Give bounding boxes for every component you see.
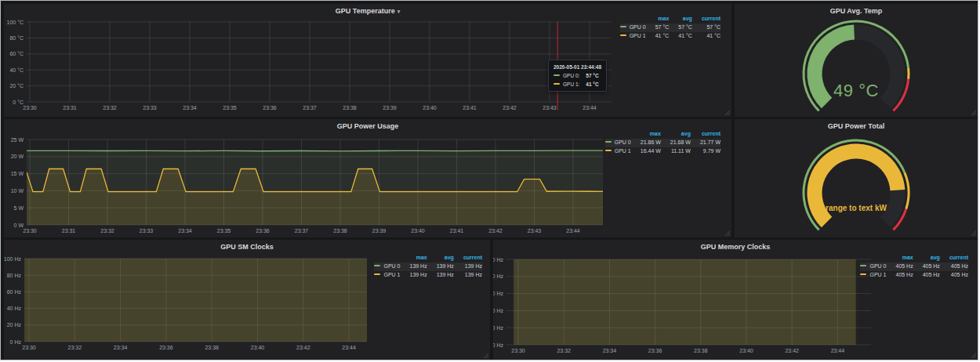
legend-row[interactable]: GPU 1405 Hz405 Hz405 Hz: [860, 271, 968, 280]
legend-value: 405 Hz: [887, 262, 913, 271]
svg-text:23:38: 23:38: [205, 345, 219, 350]
legend-row[interactable]: GPU 021.86 W21.68 W21.77 W: [605, 139, 720, 147]
gpu-power-usage-legend[interactable]: maxavgcurrentGPU 021.86 W21.68 W21.77 WG…: [605, 130, 720, 156]
legend-value: 139 Hz: [427, 262, 454, 271]
svg-text:15 W: 15 W: [11, 171, 24, 176]
panel-title-gpu-power-usage[interactable]: GPU Power Usage: [4, 122, 731, 130]
legend-value: 405 Hz: [913, 271, 940, 280]
legend-header[interactable]: max: [887, 254, 913, 262]
svg-text:40 Hz: 40 Hz: [493, 308, 503, 313]
legend-header[interactable]: max: [631, 130, 661, 139]
svg-text:23:44: 23:44: [342, 345, 356, 350]
svg-text:23:30: 23:30: [23, 228, 37, 233]
svg-text:100 Hz: 100 Hz: [4, 256, 21, 262]
legend-row[interactable]: GPU 141 °C41 °C41 °C: [620, 32, 720, 41]
series-color-dash-icon: [374, 273, 380, 275]
legend-header[interactable]: avg: [661, 130, 691, 139]
legend-value: 41 °C: [646, 32, 670, 41]
legend-value: 41 °C: [669, 32, 692, 41]
svg-text:23:40: 23:40: [423, 105, 437, 110]
legend-header[interactable]: avg: [427, 254, 454, 262]
legend-header[interactable]: max: [646, 15, 670, 24]
legend-row[interactable]: GPU 0405 Hz405 Hz405 Hz: [860, 262, 968, 271]
svg-text:23:40: 23:40: [411, 228, 425, 233]
legend-header[interactable]: max: [401, 254, 427, 262]
legend-header[interactable]: avg: [913, 254, 940, 262]
svg-text:60 °C: 60 °C: [9, 51, 24, 56]
legend-value: 139 Hz: [401, 262, 427, 271]
svg-text:23:38: 23:38: [333, 228, 347, 233]
svg-text:23:31: 23:31: [62, 228, 76, 233]
svg-text:23:43: 23:43: [528, 228, 542, 233]
legend-value: 405 Hz: [940, 262, 968, 271]
panel-title-gpu-memory-clocks[interactable]: GPU Memory Clocks: [493, 243, 978, 251]
legend-value: 57 °C: [646, 24, 670, 32]
svg-text:23:34: 23:34: [603, 348, 617, 353]
panel-resize-handle[interactable]: [971, 230, 976, 236]
svg-text:23:34: 23:34: [183, 105, 197, 110]
legend-header[interactable]: current: [940, 254, 968, 262]
legend-row[interactable]: GPU 057 °C57 °C57 °C: [620, 24, 720, 32]
panel-title-gpu-power-total[interactable]: GPU Power Total: [735, 122, 978, 130]
svg-text:23:34: 23:34: [178, 228, 192, 233]
legend-value: 57 °C: [669, 24, 692, 32]
svg-text:100 Hz: 100 Hz: [493, 257, 503, 262]
panel-title-gpu-avg-temp[interactable]: GPU Avg. Temp: [735, 7, 978, 15]
gpu-memory-clocks-legend[interactable]: maxavgcurrentGPU 0405 Hz405 Hz405 HzGPU …: [860, 254, 968, 280]
legend-value: 405 Hz: [913, 262, 940, 271]
gpu-sm-clocks-legend[interactable]: maxavgcurrentGPU 0139 Hz139 Hz139 HzGPU …: [374, 254, 482, 280]
gauge-value: range to text kW: [735, 204, 978, 212]
legend-value: 41 °C: [692, 32, 720, 41]
series-color-dash-icon: [860, 265, 866, 266]
svg-text:0 W: 0 W: [14, 223, 24, 228]
panel-title-text: GPU SM Clocks: [220, 243, 274, 251]
svg-text:100 °C: 100 °C: [7, 20, 24, 25]
svg-text:23:42: 23:42: [296, 345, 310, 350]
legend-header[interactable]: current: [691, 130, 720, 139]
svg-text:5 W: 5 W: [14, 205, 24, 211]
legend-header[interactable]: current: [454, 254, 482, 262]
legend-value: 16.44 W: [631, 147, 661, 156]
legend-value: 21.86 W: [631, 139, 661, 147]
chevron-down-icon: ▾: [397, 9, 401, 14]
svg-text:23:44: 23:44: [583, 105, 597, 110]
svg-text:23:36: 23:36: [648, 348, 662, 353]
panel-resize-handle[interactable]: [724, 110, 730, 115]
gpu-temperature-legend[interactable]: maxavgcurrentGPU 057 °C57 °C57 °CGPU 141…: [620, 15, 720, 41]
panel-resize-handle[interactable]: [971, 110, 976, 115]
chart-tooltip: 2020-05-01 23:44:48 GPU 0:57 °CGPU 1:41 …: [548, 60, 607, 92]
svg-text:20 °C: 20 °C: [9, 83, 24, 89]
panel-gpu-temperature: GPU Temperature▾ 0 °C20 °C40 °C60 °C80 °…: [4, 4, 731, 117]
svg-text:0 °C: 0 °C: [13, 100, 24, 105]
svg-text:20 W: 20 W: [11, 154, 24, 159]
svg-text:23:39: 23:39: [383, 105, 397, 110]
series-color-dash-icon: [554, 83, 560, 85]
svg-text:0 Hz: 0 Hz: [10, 339, 22, 345]
legend-row[interactable]: GPU 0139 Hz139 Hz139 Hz: [374, 262, 482, 271]
legend-value: 139 Hz: [401, 271, 427, 280]
panel-resize-handle[interactable]: [724, 230, 730, 236]
svg-text:23:35: 23:35: [217, 228, 231, 233]
svg-text:23:37: 23:37: [303, 105, 317, 110]
legend-row[interactable]: GPU 1139 Hz139 Hz139 Hz: [374, 271, 482, 280]
legend-header[interactable]: avg: [669, 15, 692, 24]
panel-title-gpu-temperature[interactable]: GPU Temperature▾: [4, 7, 731, 15]
series-color-dash-icon: [374, 265, 380, 266]
svg-text:23:40: 23:40: [739, 348, 753, 353]
series-color-dash-icon: [860, 273, 866, 275]
panel-resize-handle[interactable]: [971, 353, 976, 358]
svg-text:23:38: 23:38: [343, 105, 357, 110]
panel-title-gpu-sm-clocks[interactable]: GPU SM Clocks: [4, 243, 490, 251]
series-color-dash-icon: [605, 150, 612, 151]
tooltip-timestamp: 2020-05-01 23:44:48: [554, 63, 601, 71]
panel-resize-handle[interactable]: [483, 353, 488, 358]
svg-text:23:36: 23:36: [263, 105, 277, 110]
svg-text:23:36: 23:36: [159, 345, 173, 350]
svg-text:23:35: 23:35: [223, 105, 237, 110]
svg-text:10 W: 10 W: [11, 188, 24, 194]
legend-header[interactable]: current: [692, 15, 720, 24]
svg-text:23:33: 23:33: [140, 228, 154, 233]
svg-text:20 Hz: 20 Hz: [7, 322, 22, 328]
legend-row[interactable]: GPU 116.44 W11.11 W9.79 W: [605, 147, 720, 156]
panel-gpu-memory-clocks: GPU Memory Clocks 0 Hz20 Hz40 Hz60 Hz80 …: [493, 240, 978, 360]
